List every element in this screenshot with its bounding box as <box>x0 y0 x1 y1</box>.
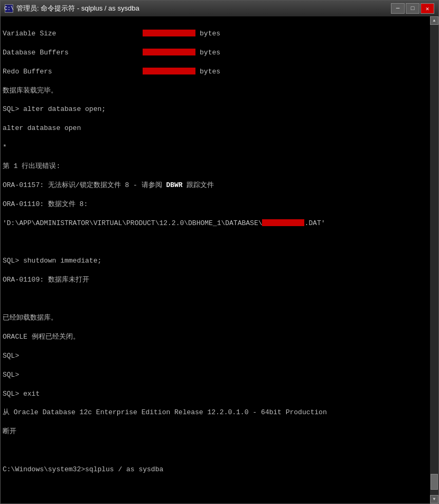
scroll-up-button[interactable]: ▲ <box>430 16 438 25</box>
console-line: 从 Oracle Database 12c Enterprise Edition… <box>3 408 428 417</box>
console-area: Variable Size bytes Database Buffers byt… <box>1 16 438 503</box>
console-line: SQL> alter database open; <box>3 105 428 114</box>
console-line: SQL> shutdown immediate; <box>3 256 428 266</box>
console-line: ORA-01110: 数据文件 8: <box>3 200 428 209</box>
scrollbar[interactable]: ▲ ▼ <box>430 16 438 503</box>
scroll-down-button[interactable]: ▼ <box>430 495 438 503</box>
console-line <box>3 294 428 304</box>
console-line: SQL> <box>3 351 428 361</box>
redacted-value <box>143 49 195 55</box>
console-line: C:\Windows\system32>sqlplus / as sysdba <box>3 465 428 474</box>
maximize-button[interactable]: □ <box>406 3 419 14</box>
title-bar-left: C:\ 管理员: 命令提示符 - sqlplus / as sysdba <box>5 4 139 13</box>
title-bar: C:\ 管理员: 命令提示符 - sqlplus / as sysdba ─ □… <box>1 1 438 16</box>
console-line <box>3 238 428 247</box>
console-line: Variable Size bytes <box>3 29 428 39</box>
window-title: 管理员: 命令提示符 - sqlplus / as sysdba <box>16 4 139 13</box>
window-controls: ─ □ ✕ <box>391 3 434 14</box>
console-line: ORA-01109: 数据库未打开 <box>3 275 428 285</box>
console-line: * <box>3 143 428 152</box>
console-line: 'D:\APP\ADMINISTRATOR\VIRTUAL\PRODUCT\12… <box>3 219 428 228</box>
scroll-track[interactable] <box>430 25 438 495</box>
console-line: ORA-01157: 无法标识/锁定数据文件 8 - 请参阅 DBWR 跟踪文件 <box>3 181 428 190</box>
console-line: ORACLE 例程已经关闭。 <box>3 332 428 342</box>
console-line: 已经卸载数据库。 <box>3 313 428 323</box>
console-line: alter database open <box>3 124 428 133</box>
redacted-value <box>143 30 195 36</box>
redacted-value <box>143 68 195 74</box>
console-line <box>3 484 428 493</box>
console-line: SQL*Plus: Release 12.2.0.1.0 Production … <box>3 503 428 503</box>
console-line <box>3 446 428 455</box>
console-line: Database Buffers bytes <box>3 48 428 58</box>
console-line: SQL> exit <box>3 389 428 399</box>
minimize-button[interactable]: ─ <box>391 3 405 14</box>
window: C:\ 管理员: 命令提示符 - sqlplus / as sysdba ─ □… <box>0 0 439 504</box>
redacted-filename <box>262 219 304 226</box>
console-output: Variable Size bytes Database Buffers byt… <box>1 16 430 503</box>
console-line: Redo Buffers bytes <box>3 67 428 77</box>
cmd-icon: C:\ <box>5 4 13 13</box>
scroll-thumb[interactable] <box>431 474 438 490</box>
console-line: SQL> <box>3 370 428 380</box>
console-line: 第 1 行出现错误: <box>3 162 428 171</box>
console-line: 断开 <box>3 427 428 436</box>
close-button[interactable]: ✕ <box>421 3 434 14</box>
console-line: 数据库装载完毕。 <box>3 86 428 96</box>
